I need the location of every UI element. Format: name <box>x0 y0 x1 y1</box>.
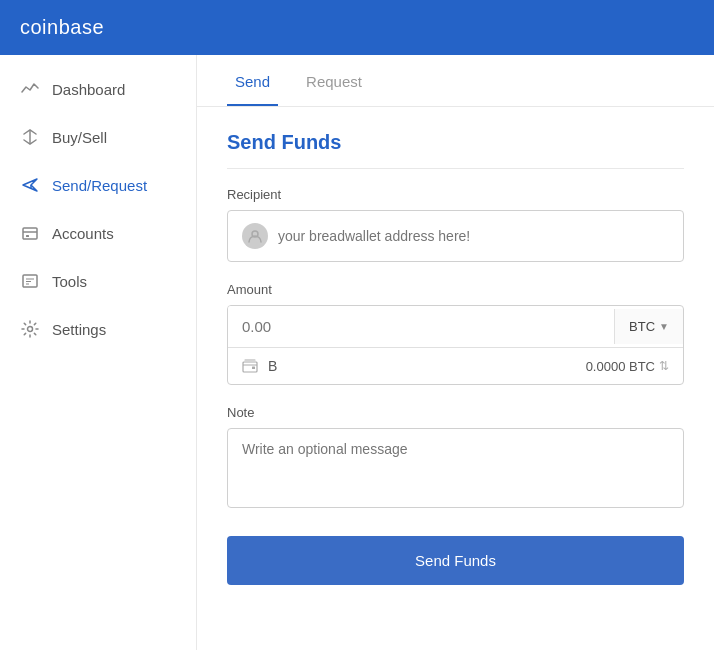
main-content: Send Request Send Funds Recipient <box>197 55 714 650</box>
sidebar-label-buysell: Buy/Sell <box>52 129 107 146</box>
recipient-label: Recipient <box>227 187 684 202</box>
settings-icon <box>20 319 40 339</box>
sort-arrows-icon: ⇅ <box>659 359 669 373</box>
sidebar-label-tools: Tools <box>52 273 87 290</box>
currency-dropdown-arrow: ▼ <box>659 321 669 332</box>
sidebar-label-settings: Settings <box>52 321 106 338</box>
send-funds-button[interactable]: Send Funds <box>227 536 684 585</box>
amount-section: Amount BTC ▼ <box>227 282 684 385</box>
amount-top-row: BTC ▼ <box>228 306 683 348</box>
sidebar-label-accounts: Accounts <box>52 225 114 242</box>
sidebar-item-dashboard[interactable]: Dashboard <box>0 65 196 113</box>
recipient-avatar-icon <box>242 223 268 249</box>
svg-point-9 <box>28 327 33 332</box>
sidebar-item-tools[interactable]: Tools <box>0 257 196 305</box>
note-textarea[interactable] <box>227 428 684 508</box>
wallet-balance: 0.0000 BTC ⇅ <box>586 359 669 374</box>
accounts-icon <box>20 223 40 243</box>
tab-send[interactable]: Send <box>227 55 278 106</box>
app-layout: Dashboard Buy/Sell Send/Request <box>0 55 714 650</box>
sidebar-item-settings[interactable]: Settings <box>0 305 196 353</box>
wallet-name: B <box>268 358 576 374</box>
tools-icon <box>20 271 40 291</box>
currency-text: BTC <box>629 319 655 334</box>
recipient-field-wrapper <box>227 210 684 262</box>
form-title: Send Funds <box>227 131 684 169</box>
svg-rect-4 <box>26 235 29 237</box>
amount-bottom-row: B 0.0000 BTC ⇅ <box>228 348 683 384</box>
buysell-icon <box>20 127 40 147</box>
sidebar-item-accounts[interactable]: Accounts <box>0 209 196 257</box>
note-section: Note <box>227 405 684 512</box>
tab-bar: Send Request <box>197 55 714 107</box>
sidebar: Dashboard Buy/Sell Send/Request <box>0 55 197 650</box>
wallet-icon <box>242 359 258 373</box>
currency-selector[interactable]: BTC ▼ <box>614 309 683 344</box>
svg-rect-2 <box>23 228 37 239</box>
sidebar-item-buysell[interactable]: Buy/Sell <box>0 113 196 161</box>
svg-rect-12 <box>252 367 255 370</box>
amount-box: BTC ▼ B <box>227 305 684 385</box>
amount-label: Amount <box>227 282 684 297</box>
recipient-input[interactable] <box>278 228 669 244</box>
amount-input[interactable] <box>228 306 614 347</box>
app-logo: coinbase <box>20 16 104 39</box>
dashboard-icon <box>20 79 40 99</box>
sidebar-item-sendrequest[interactable]: Send/Request <box>0 161 196 209</box>
send-form: Send Funds Recipient Amount <box>197 107 714 609</box>
sidebar-label-dashboard: Dashboard <box>52 81 125 98</box>
sendrequest-icon <box>20 175 40 195</box>
tab-request[interactable]: Request <box>298 55 370 106</box>
note-label: Note <box>227 405 684 420</box>
sidebar-label-sendrequest: Send/Request <box>52 177 147 194</box>
app-header: coinbase <box>0 0 714 55</box>
